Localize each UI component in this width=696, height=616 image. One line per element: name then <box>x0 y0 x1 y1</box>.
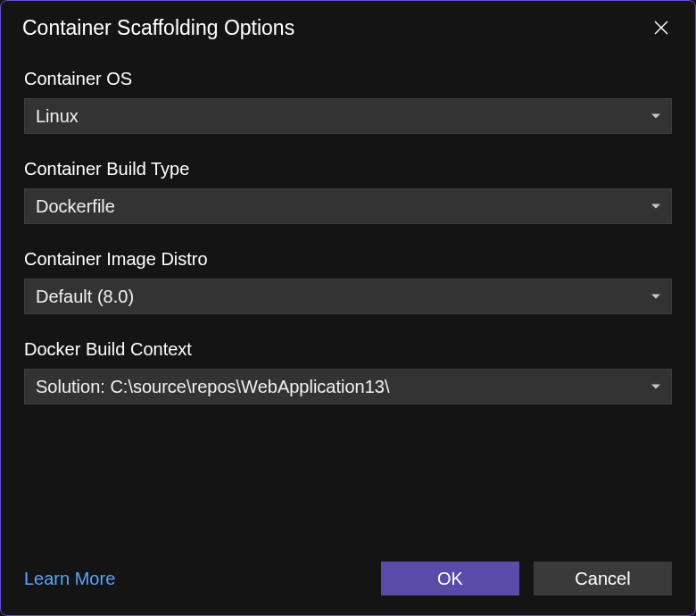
container-os-value: Linux <box>36 106 79 127</box>
field-build-type: Container Build Type Dockerfile <box>24 159 672 224</box>
cancel-button[interactable]: Cancel <box>534 562 672 595</box>
build-context-value: Solution: C:\source\repos\WebApplication… <box>36 377 390 397</box>
close-button[interactable] <box>649 15 674 40</box>
chevron-down-icon <box>651 385 660 389</box>
build-type-value: Dockerfile <box>36 196 115 217</box>
build-context-dropdown[interactable]: Solution: C:\source\repos\WebApplication… <box>24 369 672 404</box>
container-os-label: Container OS <box>24 69 672 89</box>
image-distro-dropdown[interactable]: Default (8.0) <box>24 279 672 314</box>
image-distro-label: Container Image Distro <box>24 249 672 270</box>
chevron-down-icon <box>651 114 660 119</box>
build-type-label: Container Build Type <box>24 159 672 179</box>
build-type-dropdown[interactable]: Dockerfile <box>24 188 672 224</box>
chevron-down-icon <box>651 204 660 209</box>
dialog-content: Container OS Linux Container Build Type … <box>1 47 695 545</box>
ok-button[interactable]: OK <box>381 562 519 595</box>
image-distro-value: Default (8.0) <box>36 287 134 307</box>
chevron-down-icon <box>651 295 660 299</box>
dialog-container: Container Scaffolding Options Container … <box>0 0 696 616</box>
dialog-footer: Learn More OK Cancel <box>1 545 695 615</box>
dialog-title: Container Scaffolding Options <box>22 16 294 40</box>
learn-more-link[interactable]: Learn More <box>24 569 115 589</box>
close-icon <box>653 20 669 36</box>
build-context-label: Docker Build Context <box>24 339 672 360</box>
field-container-os: Container OS Linux <box>24 69 672 134</box>
titlebar: Container Scaffolding Options <box>1 1 695 47</box>
container-os-dropdown[interactable]: Linux <box>24 98 672 134</box>
field-image-distro: Container Image Distro Default (8.0) <box>24 249 672 314</box>
field-build-context: Docker Build Context Solution: C:\source… <box>24 339 672 404</box>
